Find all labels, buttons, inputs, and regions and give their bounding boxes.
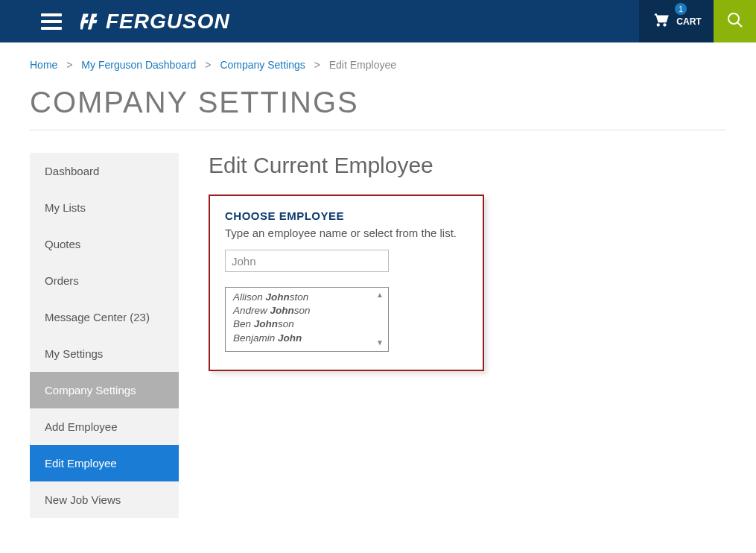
cart-button[interactable]: 1 CART xyxy=(639,0,714,42)
sidebar-item-my-lists[interactable]: My Lists xyxy=(30,189,179,226)
sidebar-item-my-settings[interactable]: My Settings xyxy=(30,335,179,372)
employee-result-item[interactable]: Ben Johnson xyxy=(233,317,388,331)
breadcrumb-home[interactable]: Home xyxy=(30,59,57,71)
logo-text: FERGUSON xyxy=(106,10,230,34)
breadcrumb-company-settings[interactable]: Company Settings xyxy=(220,59,305,71)
sidebar-item-new-job-views[interactable]: New Job Views xyxy=(30,481,179,518)
panel-title: CHOOSE EMPLOYEE xyxy=(225,209,468,222)
search-icon xyxy=(726,11,744,32)
sidebar-item-quotes[interactable]: Quotes xyxy=(30,226,179,262)
logo-icon xyxy=(80,11,101,32)
top-bar: FERGUSON 1 CART xyxy=(0,0,756,42)
svg-line-1 xyxy=(737,22,742,27)
cart-count-badge: 1 xyxy=(675,3,687,15)
sidebar-nav: DashboardMy ListsQuotesOrdersMessage Cen… xyxy=(30,153,179,518)
svg-point-0 xyxy=(728,13,739,24)
sidebar-item-dashboard[interactable]: Dashboard xyxy=(30,153,179,189)
sidebar-item-add-employee[interactable]: Add Employee xyxy=(30,408,179,445)
sidebar-item-orders[interactable]: Orders xyxy=(30,262,179,299)
brand-logo[interactable]: FERGUSON xyxy=(80,10,230,34)
choose-employee-panel: CHOOSE EMPLOYEE Type an employee name or… xyxy=(209,195,484,371)
cart-label: CART xyxy=(676,16,701,27)
employee-result-item[interactable]: Allison Johnston xyxy=(233,291,388,304)
cart-icon xyxy=(651,10,670,33)
sidebar-item-message-center-23-[interactable]: Message Center (23) xyxy=(30,299,179,335)
breadcrumb-dashboard[interactable]: My Ferguson Dashboard xyxy=(81,59,196,71)
main-heading: Edit Current Employee xyxy=(209,153,726,178)
search-button[interactable] xyxy=(714,0,756,42)
sidebar-item-edit-employee[interactable]: Edit Employee xyxy=(30,445,179,481)
scroll-up-icon[interactable]: ▲ xyxy=(376,291,384,299)
breadcrumb-current: Edit Employee xyxy=(329,59,396,71)
scroll-down-icon[interactable]: ▼ xyxy=(376,338,384,347)
breadcrumb: Home > My Ferguson Dashboard > Company S… xyxy=(30,42,726,78)
menu-icon[interactable] xyxy=(41,13,62,30)
employee-search-input[interactable] xyxy=(225,250,389,272)
page-title: COMPANY SETTINGS xyxy=(30,86,726,119)
employee-results-list[interactable]: ▲ ▼ Allison JohnstonAndrew JohnsonBen Jo… xyxy=(225,287,389,352)
main-content: Edit Current Employee CHOOSE EMPLOYEE Ty… xyxy=(209,153,726,518)
panel-instruction: Type an employee name or select from the… xyxy=(225,227,468,239)
divider xyxy=(30,130,726,130)
employee-result-item[interactable]: Andrew Johnson xyxy=(233,304,388,317)
employee-result-item[interactable]: Benjamin John xyxy=(233,332,388,345)
sidebar-item-company-settings[interactable]: Company Settings xyxy=(30,372,179,408)
